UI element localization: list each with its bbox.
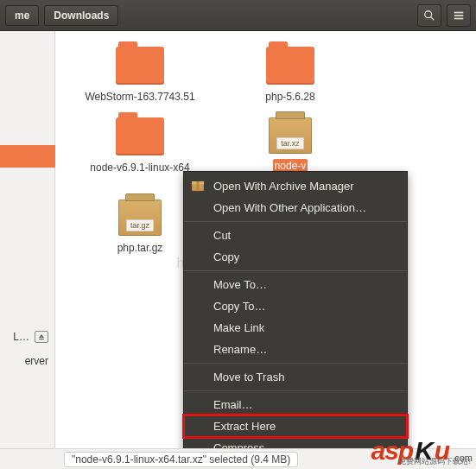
svg-rect-2	[454, 11, 464, 13]
menu-copy-to[interactable]: Copy To…	[184, 295, 407, 317]
context-menu: Open With Archive Manager Open With Othe…	[183, 171, 408, 448]
search-icon	[423, 10, 435, 22]
toolbar: me Downloads	[0, 0, 476, 31]
search-button[interactable]	[417, 4, 441, 27]
sidebar-item-label: L…	[13, 331, 29, 343]
breadcrumb-home[interactable]: me	[5, 5, 39, 26]
menu-separator	[184, 221, 407, 222]
svg-line-1	[431, 16, 435, 20]
content-area: L… erver http://blog.csdn.net/ WebStorm-…	[0, 31, 476, 448]
archive-icon: tar.gz	[118, 200, 162, 236]
menu-separator	[184, 270, 407, 271]
archive-icon: tar.xz	[269, 117, 312, 154]
svg-rect-3	[454, 15, 464, 16]
view-options-button[interactable]	[447, 4, 471, 27]
menu-copy[interactable]: Copy	[184, 246, 407, 268]
menu-move-to[interactable]: Move To…	[184, 274, 407, 295]
menu-open-archive-manager[interactable]: Open With Archive Manager	[184, 175, 407, 197]
svg-rect-6	[39, 339, 44, 339]
menu-separator	[184, 390, 407, 391]
eject-icon[interactable]	[35, 331, 48, 343]
file-label: php-5.6.28	[263, 90, 316, 104]
menu-make-link[interactable]: Make Link	[184, 317, 407, 339]
sidebar-item-device[interactable]: L…	[0, 326, 55, 347]
svg-rect-9	[197, 181, 200, 191]
file-view[interactable]: http://blog.csdn.net/ WebStorm-163.7743.…	[55, 31, 476, 448]
svg-marker-5	[39, 334, 44, 338]
list-icon	[453, 10, 465, 22]
file-item[interactable]: tar.gz php.tar.gz	[79, 200, 200, 255]
breadcrumb-downloads[interactable]: Downloads	[44, 5, 118, 26]
sidebar: L… erver	[0, 31, 55, 448]
svg-point-0	[425, 10, 432, 17]
menu-extract-here[interactable]: Extract Here	[184, 415, 407, 437]
menu-open-with-other[interactable]: Open With Other Application…	[184, 197, 407, 219]
file-label: php.tar.gz	[116, 241, 165, 255]
file-item[interactable]: WebStorm-163.7743.51	[79, 47, 200, 104]
file-label: WebStorm-163.7743.51	[83, 90, 196, 104]
menu-rename[interactable]: Rename…	[184, 339, 407, 360]
menu-cut[interactable]: Cut	[184, 225, 407, 246]
file-item[interactable]: php-5.6.28	[230, 47, 351, 104]
menu-move-to-trash[interactable]: Move to Trash	[184, 366, 407, 388]
folder-icon	[116, 47, 164, 85]
menu-email[interactable]: Email…	[184, 394, 407, 415]
svg-rect-4	[454, 17, 464, 19]
folder-icon	[266, 47, 314, 85]
sidebar-selection	[0, 145, 55, 168]
menu-separator	[184, 363, 407, 364]
file-item[interactable]: node-v6.9.1-linux-x64	[79, 117, 200, 186]
sidebar-item-server[interactable]: erver	[0, 351, 55, 371]
branding-logo: aspKu .com 免费网站源码下载站!	[371, 436, 473, 466]
sidebar-item-label: erver	[25, 355, 48, 367]
folder-icon	[116, 117, 164, 155]
status-text: "node-v6.9.1-linux-x64.tar.xz" selected …	[64, 452, 298, 467]
archive-app-icon	[191, 179, 205, 193]
file-label: node-v6.9.1-linux-x64	[88, 161, 191, 174]
